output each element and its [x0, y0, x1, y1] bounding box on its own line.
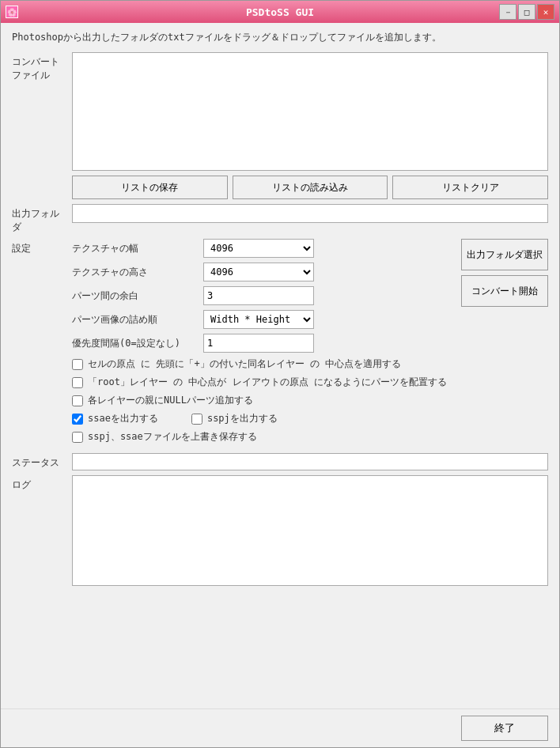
log-area[interactable]	[72, 475, 548, 586]
texture-width-select[interactable]: 128 256 512 1024 2048 4096 8192	[203, 239, 314, 258]
status-section: ステータス	[12, 453, 548, 470]
settings-section: 設定 テクスチャの幅 128 256 512 1024 2048 4096 8	[12, 239, 548, 448]
load-list-button[interactable]: リストの読み込み	[233, 176, 388, 199]
texture-height-row: テクスチャの高さ 128 256 512 1024 2048 4096 8192	[72, 263, 456, 281]
settings-inner: テクスチャの幅 128 256 512 1024 2048 4096 8192	[72, 239, 456, 448]
clear-list-button[interactable]: リストクリア	[392, 176, 548, 199]
status-label: ステータス	[12, 453, 67, 470]
file-buttons-row: リストの保存 リストの読み込み リストクリア	[72, 176, 548, 199]
minimize-button[interactable]: －	[499, 4, 516, 20]
side-buttons: 出力フォルダ選択 コンバート開始	[461, 239, 548, 307]
overwrite-checkbox[interactable]	[72, 432, 83, 443]
padding-row: パーツ間の余白	[72, 286, 456, 305]
padding-input[interactable]	[203, 286, 314, 305]
overwrite-row: sspj、ssaeファイルを上書き保存する	[72, 430, 456, 444]
end-button[interactable]: 終了	[461, 716, 548, 741]
priority-label: 優先度間隔(0=設定なし)	[72, 337, 199, 350]
output-ssae-checkbox[interactable]	[72, 414, 83, 425]
instruction-text: Photoshopから出力したフォルダのtxtファイルをドラッグ＆ドロップしてフ…	[12, 31, 548, 44]
packing-order-select[interactable]: Width * Height Height * Width Area	[203, 310, 314, 329]
app-icon: 🌸	[6, 6, 18, 18]
packing-order-row: パーツ画像の詰め順 Width * Height Height * Width …	[72, 310, 456, 329]
texture-height-select[interactable]: 128 256 512 1024 2048 4096 8192	[203, 263, 314, 281]
overwrite-label: sspj、ssaeファイルを上書き保存する	[88, 430, 257, 444]
main-window: 🌸 PSDtoSS GUI － □ ✕ Photoshopから出力したフォルダの…	[0, 0, 560, 748]
null-parts-row: 各レイヤーの親にNULLパーツ追加する	[72, 394, 456, 407]
footer: 終了	[1, 708, 559, 747]
output-folder-input[interactable]	[72, 204, 548, 223]
output-folder-label: 出力フォルダ	[12, 204, 67, 234]
packing-order-label: パーツ画像の詰め順	[72, 313, 199, 327]
settings-label: 設定	[12, 239, 67, 255]
texture-width-row: テクスチャの幅 128 256 512 1024 2048 4096 8192	[72, 239, 456, 258]
texture-width-label: テクスチャの幅	[72, 242, 199, 255]
window-title: PSDtoSS GUI	[246, 6, 314, 18]
output-sspj-checkbox[interactable]	[191, 414, 202, 425]
null-parts-checkbox[interactable]	[72, 395, 83, 406]
priority-row: 優先度間隔(0=設定なし)	[72, 334, 456, 353]
main-content: Photoshopから出力したフォルダのtxtファイルをドラッグ＆ドロップしてフ…	[1, 23, 559, 708]
select-folder-button[interactable]: 出力フォルダ選択	[461, 239, 548, 270]
output-folder-content	[72, 204, 548, 223]
output-folder-section: 出力フォルダ	[12, 204, 548, 234]
save-list-button[interactable]: リストの保存	[72, 176, 228, 199]
settings-and-side: テクスチャの幅 128 256 512 1024 2048 4096 8192	[72, 239, 548, 448]
log-label: ログ	[12, 475, 67, 492]
root-layer-label: 「root」レイヤー の 中心点が レイアウトの原点 になるようにパーツを配置す…	[88, 376, 447, 389]
cell-origin-checkbox[interactable]	[72, 359, 83, 370]
texture-height-label: テクスチャの高さ	[72, 266, 199, 279]
status-input[interactable]	[72, 453, 548, 470]
convert-files-content: リストの保存 リストの読み込み リストクリア	[72, 52, 548, 199]
convert-files-section: コンバートファイル リストの保存 リストの読み込み リストクリア	[12, 52, 548, 199]
convert-button[interactable]: コンバート開始	[461, 275, 548, 307]
log-section: ログ	[12, 475, 548, 586]
root-layer-row: 「root」レイヤー の 中心点が レイアウトの原点 になるようにパーツを配置す…	[72, 376, 456, 389]
status-content	[72, 453, 548, 470]
cell-origin-row: セルの原点 に 先頭に「+」の付いた同名レイヤー の 中心点を適用する	[72, 357, 456, 371]
output-ssae-label: ssaeを出力する	[88, 412, 158, 425]
convert-files-label: コンバートファイル	[12, 52, 67, 82]
title-bar-left: 🌸	[6, 6, 18, 18]
title-bar: 🌸 PSDtoSS GUI － □ ✕	[1, 1, 559, 23]
window-controls: － □ ✕	[499, 4, 554, 20]
output-row: ssaeを出力する sspjを出力する	[72, 412, 456, 425]
log-content	[72, 475, 548, 586]
close-button[interactable]: ✕	[537, 4, 554, 20]
null-parts-label: 各レイヤーの親にNULLパーツ追加する	[88, 394, 253, 407]
output-sspj-label: sspjを出力する	[207, 412, 278, 425]
priority-input[interactable]	[203, 334, 314, 353]
root-layer-checkbox[interactable]	[72, 377, 83, 388]
file-list-area[interactable]	[72, 52, 548, 171]
cell-origin-label: セルの原点 に 先頭に「+」の付いた同名レイヤー の 中心点を適用する	[88, 357, 401, 371]
padding-label: パーツ間の余白	[72, 289, 199, 303]
maximize-button[interactable]: □	[518, 4, 535, 20]
